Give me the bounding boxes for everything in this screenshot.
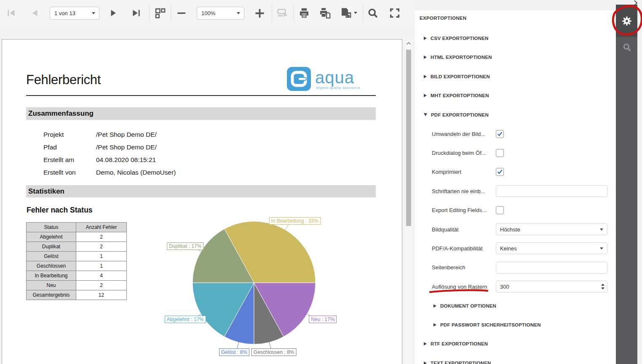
bildqualitat-select[interactable]: Höchste: [496, 223, 607, 235]
search-tab-button[interactable]: [616, 37, 637, 58]
panel-section-pdf-exportoptionen[interactable]: PDF EXPORTOPTIONEN: [415, 109, 616, 121]
panel-row-schriftarten-nie-einb: Schriftarten nie einb...: [415, 185, 616, 197]
table-header-row: Status Anzahl Fehler: [27, 223, 127, 232]
export-editing-fields-checkbox[interactable]: [496, 206, 504, 214]
komprimiert-checkbox[interactable]: [496, 168, 504, 176]
check-icon: [496, 130, 503, 138]
panel-section-pdf-passwort-sicherheitsoptionen[interactable]: PDF PASSWORT SICHERHEITSOPTIONEN: [415, 319, 616, 331]
status-count-table: Status Anzahl Fehler Abgelehnt2Duplikat2…: [26, 222, 127, 300]
section-label: HTML EXPORTOPTIONEN: [431, 55, 492, 60]
search-button[interactable]: [366, 6, 380, 20]
zoom-in-icon: [254, 8, 265, 19]
chevron-down-icon: [354, 12, 357, 14]
panel-row-auflosung-von-rastern: Auflösung von Rastern300: [415, 281, 616, 292]
summary-value: Demo, Nicolas (DemoUser): [96, 169, 176, 176]
column-header-anzahl-fehler: Anzahl Fehler: [76, 223, 127, 232]
field-label-pdf-a-kompatibilitat: PDF/A-Kompatibilität: [432, 245, 483, 252]
panel-row-export-editing-fields: Export Editing Fields...: [415, 205, 616, 216]
cell-status: Geschlossen: [27, 261, 76, 271]
panel-section-dokument-optionen[interactable]: DOKUMENT OPTIONEN: [415, 300, 616, 312]
summary-row-erstellt-von: Erstellt von Demo, Nicolas (DemoUser): [43, 166, 296, 179]
page-selector-value: 1 von 13: [54, 10, 75, 16]
table-row-duplikat: Duplikat2: [27, 242, 127, 252]
print-button[interactable]: [297, 6, 311, 20]
scrollbar-thumb[interactable]: [406, 50, 411, 226]
pie-label-abgelehnt: Abgelehnt : 17%: [165, 316, 206, 323]
vertical-scrollbar[interactable]: [405, 39, 412, 364]
gear-icon: [621, 16, 632, 27]
cell-status: Gelöst: [27, 252, 76, 261]
settings-tab-button[interactable]: [616, 5, 637, 37]
section-label: TEXT EXPORTOPTIONEN: [431, 361, 491, 364]
zoom-in-button[interactable]: [252, 6, 267, 20]
toolbar-separator: [293, 5, 294, 21]
zoom-selector[interactable]: 100%: [197, 7, 244, 20]
panel-section-bild-exportoptionen[interactable]: BILD EXPORTOPTIONEN: [415, 71, 616, 82]
zoom-out-icon: [176, 8, 187, 19]
field-label-bildqualitat: Bildqualität: [432, 226, 459, 233]
expand-triangle-icon: [424, 56, 427, 59]
highlight-editing-fields-button[interactable]: [276, 6, 290, 20]
panel-section-html-exportoptionen[interactable]: HTML EXPORTOPTIONEN: [415, 51, 616, 63]
last-page-button[interactable]: [129, 6, 143, 20]
summary-value: /Pet Shop Demo DE/: [96, 131, 157, 138]
first-page-button[interactable]: [4, 6, 19, 20]
cell-status: Duplikat: [27, 242, 76, 252]
summary-row-pfad: Pfad /Pet Shop Demo DE/: [43, 141, 296, 154]
cell-count: 2: [76, 281, 127, 290]
panel-row-pdf-a-kompatibilitat: PDF/A-KompatibilitätKeines: [415, 242, 616, 254]
chevron-down-icon: [600, 247, 603, 250]
multi-page-view-button[interactable]: [153, 6, 167, 20]
panel-row-druckdialog-beim-of: Druckdialog beim Öf...: [415, 147, 616, 159]
zoom-out-button[interactable]: [174, 6, 189, 20]
cell-status: In Bearbeitung: [27, 271, 76, 281]
expand-triangle-icon: [424, 94, 427, 97]
chart-heading: Fehler nach Status: [27, 206, 93, 215]
umwandeln-der-bild-checkbox[interactable]: [496, 130, 504, 138]
summary-row-erstellt-am: Erstellt am 04.08.2020 08:15:21: [43, 154, 296, 166]
spinner-buttons[interactable]: [601, 284, 605, 290]
pie-label-neu: Neu : 17%: [309, 316, 337, 323]
title-rule: [26, 95, 376, 96]
field-label-komprimiert: Komprimiert: [432, 169, 461, 175]
print-page-button[interactable]: [318, 6, 332, 20]
cell-status: Abgelehnt: [27, 232, 76, 242]
page-selector[interactable]: 1 von 13: [50, 7, 99, 20]
field-label-export-editing-fields: Export Editing Fields...: [432, 207, 487, 213]
panel-row-bildqualitat: BildqualitätHöchste: [415, 223, 616, 235]
field-label-druckdialog-beim-of: Druckdialog beim Öf...: [432, 150, 486, 156]
summary-label: Pfad: [43, 143, 96, 151]
summary-section-bar: Zusammenfassung: [26, 107, 376, 120]
druckdialog-beim-of-checkbox[interactable]: [496, 149, 504, 157]
panel-section-mht-exportoptionen[interactable]: MHT EXPORTOPTIONEN: [415, 90, 616, 101]
table-row-geschlossen: Geschlossen1: [27, 261, 127, 271]
chevron-down-icon: [237, 12, 240, 14]
seitenbereich-input[interactable]: [496, 262, 607, 274]
pdf-a-kompatibilitat-select[interactable]: Keines: [496, 242, 607, 254]
field-label-seitenbereich: Seitenbereich: [432, 264, 465, 271]
table-row-neu: Neu2: [27, 281, 127, 290]
previous-page-button[interactable]: [28, 6, 42, 20]
column-header-status: Status: [27, 223, 76, 232]
export-button[interactable]: [339, 6, 358, 20]
statistics-section-bar: Statistiken: [26, 185, 376, 197]
panel-section-rtf-exportoptionen[interactable]: RTF EXPORTOPTIONEN: [415, 338, 616, 350]
cell-status: Gesamtergebnis: [27, 290, 76, 300]
summary-label: Projekt: [43, 131, 96, 138]
panel-section-text-exportoptionen[interactable]: TEXT EXPORTOPTIONEN: [415, 357, 616, 364]
scroll-up-button[interactable]: [405, 39, 412, 48]
full-screen-button[interactable]: [388, 6, 402, 20]
check-icon: [496, 168, 503, 175]
section-label: DOKUMENT OPTIONEN: [440, 303, 496, 308]
next-page-button[interactable]: [106, 6, 120, 20]
expand-triangle-icon: [424, 37, 427, 40]
report-preview-window: 1 von 13 100%: [0, 0, 642, 364]
auflosung-von-rastern-spinner[interactable]: 300: [496, 281, 607, 292]
expand-triangle-icon: [433, 304, 436, 308]
chevron-down-icon: [92, 12, 95, 14]
summary-heading: Zusammenfassung: [28, 109, 94, 118]
schriftarten-nie-einb-input[interactable]: [496, 185, 607, 197]
cell-count: 2: [76, 242, 127, 252]
pie-label-in-bearbeitung: In Bearbeitung : 33%: [269, 217, 321, 225]
panel-section-csv-exportoptionen[interactable]: CSV EXPORTOPTIONEN: [415, 32, 616, 44]
